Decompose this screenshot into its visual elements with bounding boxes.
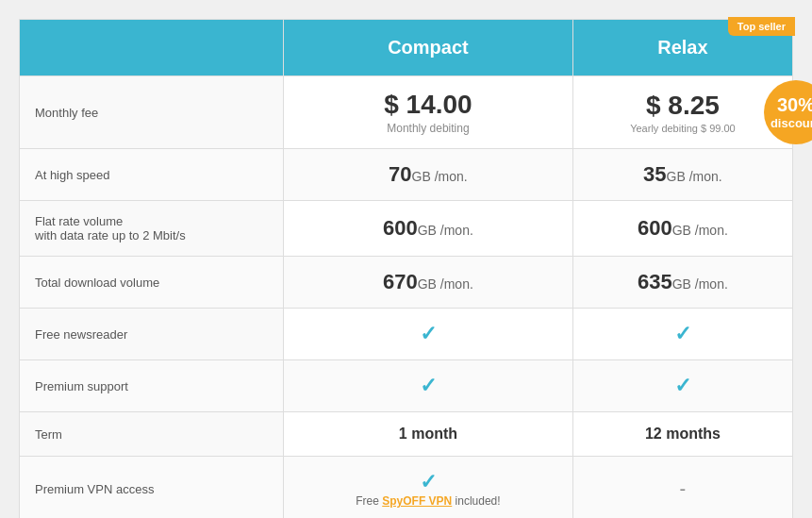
header-compact: Compact	[284, 20, 573, 76]
compact-total-unit: GB /mon.	[418, 276, 473, 292]
table-row: Premium support ✓ ✓	[20, 360, 793, 412]
relax-flat-value: 600	[638, 216, 672, 240]
pricing-table: Compact Relax Monthly fee $ 14.00 Monthl…	[19, 19, 793, 518]
table-row: Monthly fee $ 14.00 Monthly debiting $ 8…	[20, 76, 793, 149]
relax-term: 12 months	[572, 412, 792, 457]
feature-newsreader: Free newsreader	[20, 309, 284, 360]
relax-vpn-dash: -	[680, 478, 687, 499]
header-empty	[20, 20, 284, 76]
table-row: Total download volume 670GB /mon. 635GB …	[20, 257, 793, 309]
compact-check-newsreader: ✓	[420, 322, 437, 345]
compact-total-value: 670	[383, 270, 418, 293]
discount-pct: 30%	[777, 93, 812, 116]
compact-high-speed: 70GB /mon.	[284, 149, 573, 201]
vpn-text-block: Free SpyOFF VPN included!	[293, 494, 563, 508]
relax-term-value: 12 months	[645, 426, 721, 442]
compact-monthly-fee: $ 14.00 Monthly debiting	[284, 76, 573, 149]
table-row: Premium VPN access ✓ Free SpyOFF VPN inc…	[20, 457, 793, 519]
relax-check-support: ✓	[674, 374, 691, 397]
compact-total-download: 670GB /mon.	[284, 257, 573, 309]
compact-flat-rate: 600GB /mon.	[284, 201, 573, 257]
relax-vpn: -	[572, 457, 792, 519]
relax-flat-unit: GB /mon.	[672, 223, 728, 238]
compact-term: 1 month	[284, 412, 573, 457]
feature-term: Term	[20, 412, 284, 457]
compact-vpn: ✓ Free SpyOFF VPN included!	[284, 457, 573, 519]
feature-total-download: Total download volume	[20, 257, 284, 309]
feature-vpn: Premium VPN access	[20, 457, 284, 519]
table-row: Term 1 month 12 months	[20, 412, 793, 457]
vpn-suffix: included!	[452, 494, 500, 508]
table-row: Free newsreader ✓ ✓	[20, 309, 793, 360]
relax-price-sub: Yearly debiting $ 99.00	[583, 123, 783, 134]
top-seller-badge: Top seller	[728, 17, 795, 36]
relax-monthly-fee: $ 8.25 Yearly debiting $ 99.00 30% disco…	[572, 76, 792, 149]
relax-high-speed: 35GB /mon.	[572, 149, 792, 201]
compact-flat-unit: GB /mon.	[418, 223, 473, 238]
discount-label: discount	[771, 116, 812, 131]
compact-premium-support: ✓	[284, 360, 573, 412]
feature-flat-rate: Flat rate volume with data rate up to 2 …	[20, 201, 284, 257]
compact-price-sub: Monthly debiting	[293, 122, 563, 135]
feature-high-speed: At high speed	[20, 149, 284, 201]
feature-premium-support: Premium support	[20, 360, 284, 412]
compact-check-vpn: ✓	[420, 470, 437, 493]
relax-check-newsreader: ✓	[674, 322, 691, 345]
compact-gb-value: 70	[389, 162, 411, 186]
table-row: Flat rate volume with data rate up to 2 …	[20, 201, 793, 257]
relax-total-value: 635	[638, 270, 672, 293]
table-row: At high speed 70GB /mon. 35GB /mon.	[20, 149, 793, 201]
relax-total-download: 635GB /mon.	[572, 257, 792, 309]
compact-flat-value: 600	[383, 216, 418, 240]
relax-premium-support: ✓	[572, 360, 792, 412]
relax-gb-value: 35	[643, 162, 666, 186]
relax-newsreader: ✓	[572, 309, 792, 360]
compact-term-value: 1 month	[399, 426, 457, 442]
relax-flat-rate: 600GB /mon.	[572, 201, 792, 257]
feature-monthly-fee: Monthly fee	[20, 76, 284, 149]
compact-newsreader: ✓	[284, 309, 573, 360]
relax-gb-unit: GB /mon.	[667, 169, 722, 184]
relax-price: $ 8.25	[583, 91, 783, 121]
compact-price: $ 14.00	[293, 90, 563, 120]
compact-gb-unit: GB /mon.	[412, 169, 468, 184]
vpn-prefix: Free	[356, 494, 382, 508]
compact-check-support: ✓	[420, 374, 437, 397]
vpn-link[interactable]: SpyOFF VPN	[382, 494, 452, 508]
pricing-wrapper: Top seller Compact Relax Monthly fee $ 1…	[19, 19, 793, 518]
relax-total-unit: GB /mon.	[672, 276, 728, 292]
